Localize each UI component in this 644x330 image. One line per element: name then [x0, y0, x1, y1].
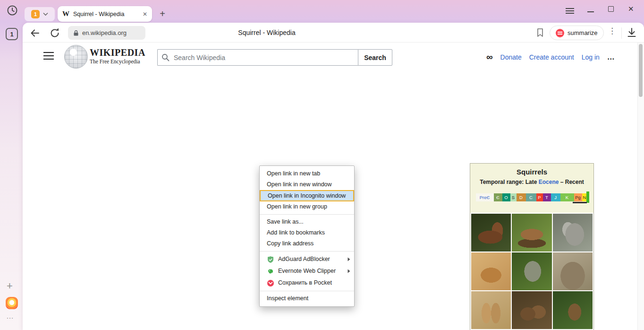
- timeline-segment-jurassic[interactable]: J: [551, 193, 560, 201]
- sidebar-more-icon[interactable]: …: [6, 312, 14, 321]
- squirrel-photo[interactable]: [471, 252, 511, 290]
- menu-item-open-link-new-tab[interactable]: Open link in new tab: [260, 168, 354, 179]
- summarize-button[interactable]: summarize: [550, 26, 604, 40]
- downloads-button[interactable]: [625, 26, 638, 39]
- back-button[interactable]: [28, 26, 42, 40]
- search-icon: [161, 53, 169, 63]
- menu-item-adguard[interactable]: AdGuard AdBlocker: [260, 253, 354, 265]
- tab-group-badge: 1: [31, 10, 40, 18]
- search-input-wrap: [157, 49, 358, 66]
- wikipedia-wordmark[interactable]: WIKIPEDIA: [90, 47, 145, 58]
- pocket-icon: [267, 279, 274, 287]
- tab-close-icon[interactable]: ✕: [143, 11, 147, 17]
- timeline-segment-silurian[interactable]: S: [510, 193, 517, 201]
- timeline-segment-ordovician[interactable]: O: [502, 193, 510, 201]
- tab-group-pill[interactable]: 1: [25, 7, 55, 21]
- taxobox-header: Squirrels Temporal range: Late Eocene – …: [470, 164, 593, 213]
- search-button[interactable]: Search: [358, 49, 392, 66]
- sidebar-add-button[interactable]: +: [7, 280, 13, 292]
- browser-tab-bar: 1 W Squirrel - Wikipedia ✕ + ✕: [0, 0, 644, 23]
- alice-assistant-icon[interactable]: [6, 297, 18, 309]
- menu-item-save-link-as[interactable]: Save link as...: [260, 217, 354, 227]
- menu-item-save-to-pocket[interactable]: Сохранить в Pocket: [260, 277, 354, 289]
- squirrel-photo[interactable]: [471, 291, 511, 329]
- inline-link[interactable]: Eocene: [539, 179, 559, 185]
- toolbar-more-icon[interactable]: ⋮: [608, 26, 616, 36]
- squirrel-photo[interactable]: [512, 214, 551, 252]
- browser-menu-icon[interactable]: [566, 8, 574, 14]
- squirrel-photo[interactable]: [553, 214, 593, 252]
- smart-line-title: Squirrel - Wikipedia: [189, 29, 345, 36]
- submenu-arrow-icon: [347, 257, 350, 261]
- squirrel-photo[interactable]: [553, 252, 593, 290]
- squirrel-photo[interactable]: [471, 214, 511, 252]
- browser-tab[interactable]: W Squirrel - Wikipedia ✕: [58, 6, 152, 22]
- lock-icon[interactable]: [73, 30, 79, 36]
- header-more-icon[interactable]: …: [607, 53, 615, 61]
- menu-item-open-link-new-group[interactable]: Open link in new group: [260, 201, 354, 212]
- text-run: – Recent: [559, 179, 584, 185]
- menu-item-open-link-new-window[interactable]: Open link in new window: [260, 179, 354, 190]
- wiki-header-links: ∞ Donate Create account Log in …: [486, 52, 615, 62]
- tab-title: Squirrel - Wikipedia: [73, 11, 139, 17]
- menu-separator: [260, 214, 354, 215]
- search-input[interactable]: [157, 49, 358, 66]
- timeline-segment-cambrian[interactable]: Є: [494, 193, 502, 201]
- minimize-button[interactable]: [587, 11, 594, 12]
- address-bar[interactable]: en.wikipedia.org: [68, 26, 145, 40]
- timeline-segment-permian[interactable]: P: [536, 193, 543, 201]
- window-close-button[interactable]: ✕: [628, 5, 634, 13]
- wikipedia-tagline: The Free Encyclopedia: [90, 59, 140, 64]
- timeline-segment-triassic[interactable]: T: [543, 193, 551, 201]
- timeline-segment-paleogene[interactable]: Pg: [574, 193, 582, 201]
- wikipedia-globe-logo[interactable]: [64, 45, 88, 69]
- menu-item-evernote[interactable]: Evernote Web Clipper: [260, 265, 354, 277]
- sidebar-toggle-badge[interactable]: 1: [6, 28, 18, 40]
- create-account-link[interactable]: Create account: [529, 53, 574, 61]
- chevron-down-icon: [43, 12, 48, 16]
- summarize-label: summarize: [568, 29, 598, 36]
- menu-item-copy-link-address[interactable]: Copy link address: [260, 238, 354, 249]
- evernote-elephant-icon: [267, 268, 274, 275]
- taxobox-title: Squirrels: [470, 168, 593, 176]
- menu-item-open-link-incognito[interactable]: Open link in Incognito window: [260, 190, 354, 201]
- range-marker: [586, 191, 589, 203]
- squirrel-photo[interactable]: [553, 291, 593, 329]
- timeline-segment-devonian[interactable]: D: [517, 193, 526, 201]
- wiki-main-menu-icon[interactable]: [43, 52, 54, 60]
- timeline-segment-carboniferous[interactable]: C: [526, 193, 536, 201]
- menu-separator: [260, 291, 354, 291]
- taxobox: Squirrels Temporal range: Late Eocene – …: [470, 163, 594, 330]
- text-run: Temporal range: Late: [480, 179, 538, 185]
- menu-separator: [260, 251, 354, 252]
- squirrel-photo-grid: [470, 213, 593, 330]
- menu-item-add-link-to-bookmarks[interactable]: Add link to bookmarks: [260, 227, 354, 238]
- url-text: en.wikipedia.org: [82, 29, 127, 36]
- context-menu: Open link in new tab Open link in new wi…: [259, 165, 355, 307]
- toolbar-separator: [621, 27, 622, 39]
- timeline-segment-cretaceous[interactable]: K: [560, 193, 574, 201]
- infinity-icon[interactable]: ∞: [486, 52, 493, 62]
- history-clock-icon[interactable]: [7, 5, 18, 16]
- timeline-segment-precambrian[interactable]: PreЄ: [476, 193, 494, 201]
- bookmark-flag-icon[interactable]: [535, 27, 546, 39]
- donate-link[interactable]: Donate: [500, 53, 522, 61]
- reload-button[interactable]: [48, 26, 61, 40]
- log-in-link[interactable]: Log in: [582, 53, 600, 61]
- adguard-shield-icon: [267, 256, 274, 263]
- maximize-button[interactable]: [608, 6, 614, 12]
- squirrel-photo[interactable]: [512, 291, 551, 329]
- submenu-arrow-icon: [347, 269, 350, 273]
- toolbar-divider: [23, 42, 644, 43]
- temporal-range: Temporal range: Late Eocene – Recent: [470, 179, 593, 185]
- squirrel-photo[interactable]: [512, 252, 551, 290]
- wiki-search: Search: [157, 49, 392, 66]
- scrollbar-thumb[interactable]: [639, 44, 643, 97]
- geologic-timeline: PreЄ Є O S D C P T J K Pg N: [476, 193, 588, 201]
- new-tab-button[interactable]: +: [156, 8, 169, 20]
- range-bar: [573, 202, 587, 203]
- wikipedia-favicon: W: [62, 10, 69, 18]
- summarize-logo-icon: [556, 29, 564, 37]
- menu-item-inspect-element[interactable]: Inspect element: [260, 293, 354, 304]
